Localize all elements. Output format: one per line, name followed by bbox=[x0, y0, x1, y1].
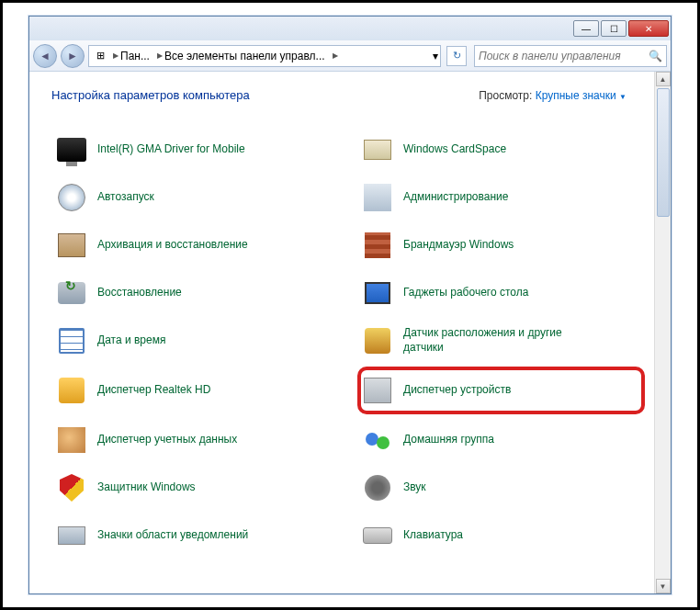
item-label: Датчик расположения и другие датчики bbox=[403, 326, 569, 355]
item-label: Звук bbox=[403, 480, 426, 495]
item-icon bbox=[55, 471, 88, 504]
credential-manager-icon bbox=[58, 427, 85, 453]
cp-item-homegroup[interactable]: Домашняя группа bbox=[357, 418, 645, 462]
address-dropdown-icon[interactable]: ▾ bbox=[433, 50, 438, 62]
item-label: Автозапуск bbox=[97, 190, 154, 205]
item-label: Брандмауэр Windows bbox=[403, 238, 514, 253]
item-icon bbox=[361, 324, 394, 357]
cp-item-location-sensors[interactable]: Датчик расположения и другие датчики bbox=[357, 319, 645, 363]
cp-item-administration[interactable]: Администрирование bbox=[357, 175, 645, 220]
search-icon[interactable]: 🔍 bbox=[649, 50, 662, 62]
cp-item-device-manager[interactable]: Диспетчер устройств bbox=[357, 367, 645, 414]
scroll-up-button[interactable]: ▲ bbox=[656, 72, 671, 86]
item-icon bbox=[55, 133, 88, 166]
sound-icon bbox=[365, 475, 390, 501]
item-label: Клавиатура bbox=[403, 528, 463, 543]
minimize-button[interactable]: — bbox=[573, 20, 599, 37]
cp-item-date-time[interactable]: Дата и время bbox=[51, 319, 339, 363]
item-label: Гаджеты рабочего стола bbox=[403, 286, 528, 300]
item-label: Дата и время bbox=[97, 333, 165, 348]
cp-item-intel-gma[interactable]: Intel(R) GMA Driver for Mobile bbox=[51, 128, 339, 172]
page-title: Настройка параметров компьютера bbox=[51, 88, 250, 102]
view-label: Просмотр: bbox=[479, 89, 532, 102]
item-icon bbox=[55, 519, 88, 552]
titlebar: — ☐ ✕ bbox=[29, 17, 671, 40]
item-icon bbox=[361, 424, 394, 457]
item-label: Windows CardSpace bbox=[403, 142, 506, 157]
item-label: Значки области уведомлений bbox=[97, 528, 248, 543]
search-box[interactable]: 🔍 bbox=[474, 45, 667, 67]
content-area: Настройка параметров компьютера Просмотр… bbox=[29, 72, 671, 593]
item-label: Защитник Windows bbox=[97, 480, 196, 495]
item-icon bbox=[361, 471, 394, 504]
window-frame: — ☐ ✕ ◄ ► ⊞ ▶Пан... ▶Все элементы панели… bbox=[0, 0, 700, 610]
cp-item-notification-icons[interactable]: Значки области уведомлений bbox=[51, 514, 339, 558]
realtek-hd-icon bbox=[59, 378, 85, 403]
cp-item-firewall[interactable]: Брандмауэр Windows bbox=[357, 223, 645, 267]
item-label: Архивация и восстановление bbox=[97, 238, 248, 253]
autoplay-icon bbox=[58, 184, 85, 211]
cp-item-keyboard[interactable]: Клавиатура bbox=[357, 514, 645, 558]
cp-item-windows-defender[interactable]: Защитник Windows bbox=[51, 466, 339, 510]
backup-restore-icon bbox=[58, 233, 85, 257]
close-button[interactable]: ✕ bbox=[628, 20, 669, 37]
cp-item-desktop-gadgets[interactable]: Гаджеты рабочего стола bbox=[357, 271, 645, 315]
cp-item-credential-manager[interactable]: Диспетчер учетных данных bbox=[51, 418, 339, 462]
item-icon bbox=[55, 181, 88, 214]
item-label: Диспетчер Realtek HD bbox=[97, 383, 210, 398]
item-icon bbox=[55, 324, 88, 357]
homegroup-icon bbox=[364, 427, 391, 453]
scroll-down-button[interactable]: ▼ bbox=[656, 579, 671, 593]
cp-item-cardspace[interactable]: Windows CardSpace bbox=[357, 128, 645, 172]
cp-item-realtek-hd[interactable]: Диспетчер Realtek HD bbox=[51, 367, 339, 414]
windows-defender-icon bbox=[60, 474, 84, 502]
maximize-button[interactable]: ☐ bbox=[601, 20, 627, 37]
item-icon bbox=[361, 277, 394, 310]
cp-item-recovery[interactable]: Восстановление bbox=[51, 271, 339, 315]
address-bar[interactable]: ⊞ ▶Пан... ▶Все элементы панели управл...… bbox=[88, 45, 441, 67]
firewall-icon bbox=[365, 232, 390, 258]
recovery-icon bbox=[58, 282, 85, 304]
cp-item-backup-restore[interactable]: Архивация и восстановление bbox=[51, 223, 339, 267]
device-manager-icon bbox=[364, 378, 391, 403]
refresh-button[interactable]: ↻ bbox=[446, 46, 467, 66]
window-inner: — ☐ ✕ ◄ ► ⊞ ▶Пан... ▶Все элементы панели… bbox=[28, 16, 672, 594]
item-icon bbox=[55, 277, 88, 310]
keyboard-icon bbox=[363, 527, 392, 544]
control-panel-icon: ⊞ bbox=[93, 49, 107, 63]
search-input[interactable] bbox=[479, 50, 649, 62]
breadcrumb-seg-1[interactable]: ▶Пан... bbox=[109, 50, 153, 62]
item-icon bbox=[361, 229, 394, 262]
forward-button[interactable]: ► bbox=[61, 44, 85, 68]
date-time-icon bbox=[59, 328, 85, 354]
scroll-thumb[interactable] bbox=[657, 88, 670, 217]
cardspace-icon bbox=[364, 140, 391, 160]
view-options: Просмотр: Крупные значки ▼ bbox=[479, 89, 627, 102]
item-icon bbox=[55, 424, 88, 457]
items-grid: Intel(R) GMA Driver for MobileWindows Ca… bbox=[51, 128, 645, 558]
back-button[interactable]: ◄ bbox=[33, 44, 57, 68]
item-icon bbox=[361, 181, 394, 214]
desktop-gadgets-icon bbox=[365, 282, 390, 304]
item-label: Диспетчер устройств bbox=[403, 383, 511, 398]
breadcrumb-label: Пан... bbox=[120, 50, 150, 62]
item-icon bbox=[361, 519, 394, 552]
view-mode-dropdown[interactable]: Крупные значки ▼ bbox=[536, 89, 627, 102]
notification-icons-icon bbox=[58, 526, 85, 545]
item-label: Восстановление bbox=[97, 286, 182, 300]
scroll-area: Настройка параметров компьютера Просмотр… bbox=[29, 72, 654, 593]
intel-gma-icon bbox=[57, 138, 86, 162]
item-icon bbox=[361, 133, 394, 166]
item-icon bbox=[55, 374, 88, 407]
vertical-scrollbar[interactable]: ▲ ▼ bbox=[654, 72, 671, 593]
breadcrumb-more[interactable]: ▶ bbox=[329, 51, 342, 60]
location-sensors-icon bbox=[365, 328, 390, 354]
navbar: ◄ ► ⊞ ▶Пан... ▶Все элементы панели управ… bbox=[29, 40, 671, 72]
header-row: Настройка параметров компьютера Просмотр… bbox=[51, 88, 645, 102]
item-label: Intel(R) GMA Driver for Mobile bbox=[97, 142, 245, 157]
breadcrumb-seg-2[interactable]: ▶Все элементы панели управл... bbox=[153, 50, 329, 62]
breadcrumb-label: Все элементы панели управл... bbox=[164, 50, 325, 62]
cp-item-sound[interactable]: Звук bbox=[357, 466, 645, 510]
cp-item-autoplay[interactable]: Автозапуск bbox=[51, 175, 339, 220]
item-label: Домашняя группа bbox=[403, 433, 494, 447]
